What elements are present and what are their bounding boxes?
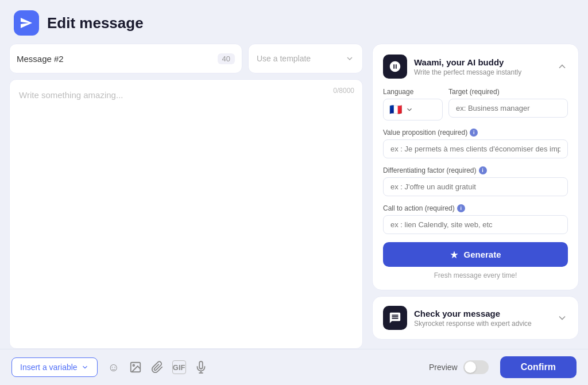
flag-icon: 🇫🇷	[389, 103, 402, 116]
diff-factor-info-icon: i	[479, 166, 487, 174]
template-selector[interactable]: Use a template	[248, 44, 363, 73]
cta-info-icon: i	[457, 204, 465, 212]
value-prop-info-icon: i	[470, 129, 478, 137]
page-header: Edit message	[0, 0, 588, 44]
main-content: Message #2 40 Use a template 0/8000 Writ…	[0, 44, 588, 349]
bottom-right: Preview Confirm	[429, 356, 577, 378]
top-bar: Message #2 40 Use a template	[9, 44, 363, 73]
image-icon[interactable]	[129, 360, 142, 374]
waami-title: Waami, your AI buddy	[414, 57, 521, 67]
preview-area: Preview	[429, 360, 489, 374]
page-title: Edit message	[47, 14, 144, 32]
check-title: Check your message	[414, 309, 532, 318]
waami-widget: Waami, your AI buddy Write the perfect m…	[372, 44, 579, 290]
insert-variable-label: Insert a variable	[20, 363, 78, 372]
waami-collapse-icon[interactable]	[556, 61, 568, 72]
waami-header-left: Waami, your AI buddy Write the perfect m…	[383, 55, 521, 79]
waami-subtitle: Write the perfect message instantly	[414, 68, 521, 76]
cta-group: Call to action (required) i	[383, 204, 568, 234]
cta-label: Call to action (required) i	[383, 204, 568, 212]
value-prop-input[interactable]	[383, 139, 568, 158]
message-count-badge: 40	[218, 53, 235, 64]
waami-icon	[383, 55, 407, 79]
chevron-down-icon	[345, 54, 354, 63]
gif-icon[interactable]: GIF	[172, 360, 186, 374]
diff-factor-input[interactable]	[383, 177, 568, 196]
toggle-knob	[465, 361, 476, 373]
insert-chevron-icon	[81, 363, 89, 371]
toolbar-icons: ☺ GIF	[107, 360, 208, 374]
message-name-bar: Message #2 40	[9, 44, 242, 73]
value-prop-group: Value proposition (required) i	[383, 129, 568, 158]
target-label: Target (required)	[448, 88, 568, 96]
language-select[interactable]: 🇫🇷	[383, 99, 443, 120]
insert-variable-button[interactable]: Insert a variable	[11, 357, 98, 377]
language-label: Language	[383, 88, 443, 96]
language-group: Language 🇫🇷	[383, 88, 443, 120]
preview-toggle[interactable]	[463, 360, 489, 374]
template-placeholder: Use a template	[257, 54, 311, 63]
check-title-group: Check your message Skyrocket response wi…	[414, 309, 532, 328]
left-panel: Message #2 40 Use a template 0/8000 Writ…	[9, 44, 363, 349]
language-target-row: Language 🇫🇷 Target (required)	[383, 88, 568, 120]
check-message-card[interactable]: Check your message Skyrocket response wi…	[372, 296, 579, 340]
waami-header: Waami, your AI buddy Write the perfect m…	[383, 55, 568, 79]
confirm-button[interactable]: Confirm	[500, 356, 577, 378]
cta-input[interactable]	[383, 215, 568, 234]
editor-placeholder: Write something amazing...	[19, 90, 353, 100]
emoji-icon[interactable]: ☺	[107, 360, 121, 374]
check-subtitle: Skyrocket response with expert advice	[414, 320, 532, 328]
bottom-left: Insert a variable ☺ GIF	[11, 357, 208, 377]
check-message-icon	[383, 306, 407, 330]
chat-icon	[389, 312, 401, 324]
message-name-label: Message #2	[17, 54, 64, 64]
preview-label: Preview	[429, 363, 458, 372]
generate-label: Generate	[463, 250, 501, 259]
waami-title-group: Waami, your AI buddy Write the perfect m…	[414, 57, 521, 76]
diff-factor-label: Differentiating factor (required) i	[383, 166, 568, 174]
svg-point-1	[133, 364, 134, 366]
target-input[interactable]	[448, 99, 568, 118]
attachment-icon[interactable]	[150, 360, 164, 374]
value-prop-label: Value proposition (required) i	[383, 129, 568, 137]
microphone-icon[interactable]	[194, 360, 208, 374]
char-count: 0/8000	[333, 87, 354, 95]
generate-button[interactable]: Generate	[383, 242, 568, 267]
right-panel: Waami, your AI buddy Write the perfect m…	[372, 44, 579, 349]
message-editor[interactable]: 0/8000 Write something amazing...	[9, 79, 363, 349]
generate-hint: Fresh message every time!	[383, 271, 568, 279]
diff-factor-group: Differentiating factor (required) i	[383, 166, 568, 196]
target-group: Target (required)	[448, 88, 568, 120]
check-card-left: Check your message Skyrocket response wi…	[383, 306, 532, 330]
check-expand-icon	[556, 312, 568, 324]
lang-chevron-icon	[405, 106, 413, 114]
app-icon	[14, 10, 39, 36]
generate-icon	[450, 250, 459, 259]
bottom-bar: Insert a variable ☺ GIF	[0, 349, 588, 385]
